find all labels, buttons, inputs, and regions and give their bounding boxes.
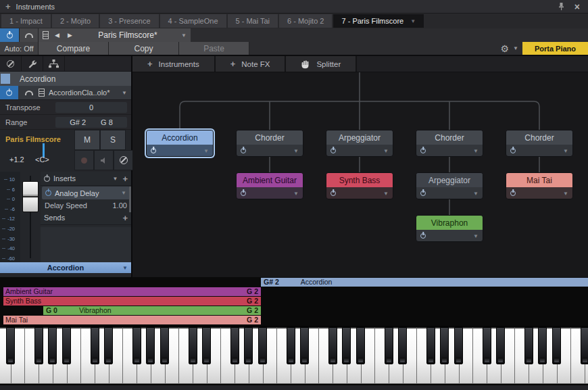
black-key-c-sharp[interactable] [91,327,99,364]
graph-node[interactable]: Vibraphon▼ [416,215,483,242]
node-caret-icon[interactable]: ▼ [563,148,568,154]
preset-file-icon[interactable] [43,31,49,39]
solo-button[interactable]: S [100,130,126,150]
node-caret-icon[interactable]: ▼ [563,191,568,197]
param-value[interactable]: 1.00 [113,201,127,210]
black-key-f-sharp[interactable] [524,327,533,364]
graph-node[interactable]: Chorder▼ [506,130,573,157]
node-caret-icon[interactable]: ▼ [473,233,479,239]
black-key-f-sharp[interactable] [230,327,239,364]
black-key-d-sharp[interactable] [398,327,407,364]
black-key-f-sharp[interactable] [328,327,337,364]
mute-button[interactable]: M [74,130,100,150]
item-color-swatch[interactable] [1,74,10,84]
node-caret-icon[interactable]: ▼ [473,191,479,197]
insert-slot[interactable]: Analog Delay ▼ [42,187,130,199]
preset-caret-icon[interactable]: ▼ [181,32,187,39]
instrument-tab[interactable]: 6 - Mojito 2 [279,14,332,28]
black-key-c-sharp[interactable] [287,327,295,364]
instrument-input-button[interactable] [114,150,133,170]
power-icon[interactable] [330,191,336,196]
power-icon[interactable] [420,148,426,153]
range-low-value[interactable]: G# 2 [70,118,86,126]
black-key-d-sharp[interactable] [300,327,309,364]
piano-keyboard[interactable] [0,326,588,385]
graph-node[interactable]: Chorder▼ [236,130,303,157]
item-power-button[interactable] [0,86,18,99]
node-caret-icon[interactable]: ▼ [383,148,389,154]
paste-button[interactable]: Paste [179,42,249,55]
pin-icon[interactable] [558,2,565,11]
instrument-tab[interactable]: 4 - SampleOne [160,14,226,28]
instrument-tab[interactable]: 2 - Mojito [52,14,99,28]
output-selector[interactable]: Accordion ▼ [0,262,131,273]
black-key-g-sharp[interactable] [48,327,57,364]
disable-button[interactable] [0,56,22,71]
expression-button[interactable] [20,28,39,42]
black-key-d-sharp[interactable] [104,327,113,364]
compare-button[interactable]: Compare [39,42,109,55]
power-icon[interactable] [330,148,336,153]
range-bar-ambient-guitar[interactable]: Ambient GuitarG 2 [3,287,261,296]
range-bar-vibraphon[interactable]: G 0VibraphonG 2 [43,306,261,315]
black-key-a-sharp[interactable] [552,327,561,364]
node-caret-icon[interactable]: ▼ [383,191,389,197]
options-caret-icon[interactable]: ▼ [513,45,518,51]
graph-node[interactable]: Ambient Guitar▼ [236,172,303,199]
black-key-g-sharp[interactable] [440,327,449,364]
node-caret-icon[interactable]: ▼ [473,148,479,154]
insert-caret-icon[interactable]: ▼ [121,190,126,196]
selected-item-name[interactable]: Accordion [20,74,55,84]
graph-tab-note-fx[interactable]: +Note FX [216,56,287,72]
graph-node[interactable]: Accordion▼ [146,130,214,157]
power-icon[interactable] [44,176,50,182]
graph-node[interactable]: Arpeggiator▼ [326,130,393,157]
power-icon[interactable] [241,191,246,196]
black-key-f-sharp[interactable] [426,327,435,364]
node-caret-icon[interactable]: ▼ [203,148,209,154]
power-icon[interactable] [420,191,426,196]
black-key-g-sharp[interactable] [146,327,155,364]
black-key-g-sharp[interactable] [538,327,547,364]
power-icon[interactable] [510,148,516,153]
arc-icon[interactable] [25,91,33,95]
black-key-c-sharp[interactable] [581,327,588,364]
range-bar-mai-tai[interactable]: Mai TaiG 2 [3,316,261,324]
auto-mode[interactable]: Auto: Off [0,42,39,55]
black-key-f-sharp[interactable] [34,327,43,364]
graph-node[interactable]: Chorder▼ [416,130,483,157]
black-key-a-sharp[interactable] [258,327,267,364]
add-instrument-icon[interactable]: + [5,2,11,11]
next-preset-icon[interactable]: ▶ [66,32,74,39]
graph-tab-splitter[interactable]: Splitter [286,56,357,72]
power-icon[interactable] [151,148,156,153]
black-key-g-sharp[interactable] [342,327,351,364]
inserts-scrollbar[interactable] [129,187,131,212]
range-bar-accordion[interactable]: G# 2Accordion [261,278,588,287]
black-key-a-sharp[interactable] [454,327,463,364]
power-icon[interactable] [510,191,516,196]
black-key-a-sharp[interactable] [62,327,71,364]
inserts-caret-icon[interactable]: ▼ [112,176,118,182]
transpose-value[interactable]: 0 [55,102,127,113]
graph-node[interactable]: Synth Bass▼ [326,172,393,199]
pan-value[interactable]: <C> [35,155,49,164]
instrument-tab[interactable]: 7 - Paris Filmscore▼ [333,14,424,28]
edit-button[interactable] [22,56,43,71]
black-key-d-sharp[interactable] [6,327,15,364]
black-key-c-sharp[interactable] [385,327,393,364]
power-icon[interactable] [45,190,51,196]
instrument-tab[interactable]: 3 - Presence [100,14,158,28]
add-send-icon[interactable]: + [122,214,128,222]
gain-value[interactable]: +1.2 [9,155,24,164]
fader-handle[interactable] [22,181,39,212]
power-icon[interactable] [241,148,246,153]
power-icon[interactable] [420,233,426,239]
graph-node[interactable]: Arpeggiator▼ [416,172,483,199]
instrument-tab[interactable]: 5 - Mai Tai [228,14,278,28]
black-key-d-sharp[interactable] [496,327,505,364]
instrument-tab[interactable]: 1 - Impact [1,14,51,28]
monitor-button[interactable] [94,150,114,170]
black-key-d-sharp[interactable] [202,327,211,364]
black-key-a-sharp[interactable] [356,327,365,364]
